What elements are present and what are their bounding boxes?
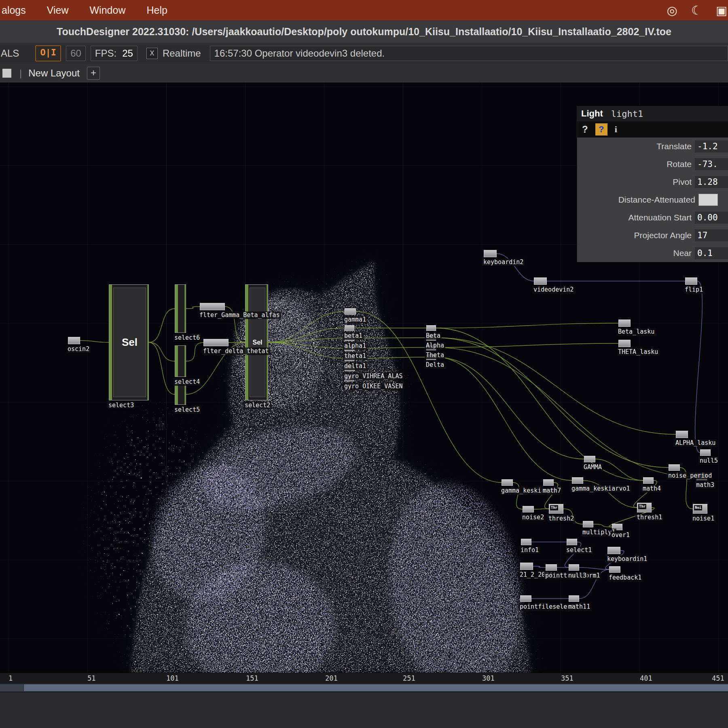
node-select4[interactable]: [175, 345, 186, 377]
menu-view[interactable]: View: [36, 0, 79, 20]
node-THETA_lasku[interactable]: [618, 340, 631, 347]
fps-target[interactable]: 60: [66, 46, 86, 61]
tab-new-layout[interactable]: New Layout: [28, 68, 80, 79]
node-label: THETA_lasku: [617, 348, 659, 356]
node-Beta[interactable]: [426, 325, 436, 331]
param-value-field[interactable]: 0.1: [695, 247, 728, 259]
param-row-near: Near 0.1: [577, 244, 728, 262]
ruler-tick: 1: [8, 674, 13, 682]
node-noise1[interactable]: Noi: [693, 504, 707, 514]
globals-label[interactable]: ALS: [0, 46, 23, 61]
node-GAMMA[interactable]: [584, 456, 595, 462]
param-value-field[interactable]: 17: [695, 229, 728, 241]
node-beta1[interactable]: [345, 325, 354, 331]
node-label: Delta: [425, 361, 445, 369]
oi-toggle[interactable]: O|I: [35, 45, 61, 61]
title-bar: TouchDesigner 2022.31030: /Users/jaakkoa…: [0, 20, 728, 43]
node-flter_delta_thetat[interactable]: [203, 339, 229, 346]
node-oscin2[interactable]: [68, 337, 80, 344]
node-flip1[interactable]: [685, 277, 697, 285]
node-keyboardin1[interactable]: [607, 547, 620, 554]
node-ALPHA_lasku[interactable]: [676, 431, 688, 438]
param-label: Translate: [577, 142, 695, 151]
node-label: math7: [542, 487, 562, 495]
node-21_2_2024[interactable]: [520, 563, 533, 570]
node-label: noise1: [691, 515, 715, 523]
python-help-icon[interactable]: ?: [595, 123, 607, 135]
node-feedback1[interactable]: [609, 566, 620, 573]
node-label: flter_Gamma_Beta_alfas: [198, 311, 281, 319]
realtime-toggle[interactable]: XRealtime: [142, 46, 205, 61]
node-label: math4: [641, 485, 662, 493]
node-select2[interactable]: Sel: [245, 284, 268, 400]
node-multiply1[interactable]: [583, 521, 593, 527]
node-noise_period[interactable]: [669, 464, 680, 471]
menu-help[interactable]: Help: [136, 0, 178, 20]
ruler-tick: 451: [712, 674, 724, 682]
node-label: noise2: [521, 514, 545, 521]
timeline-ruler[interactable]: 1 51 101 151 201 251 301 351 401 451: [0, 673, 728, 684]
swirl-icon[interactable]: ◎: [667, 3, 677, 17]
param-label: Distance-Attenuated: [577, 195, 698, 205]
ruler-tick: 101: [166, 674, 179, 682]
operator-name[interactable]: light1: [611, 109, 643, 119]
node-info1[interactable]: [521, 539, 531, 545]
node-math11[interactable]: [569, 595, 579, 602]
node-gamma1[interactable]: [345, 308, 356, 315]
node-Beta_lasku[interactable]: [618, 320, 631, 327]
param-label: Near: [577, 248, 695, 258]
realtime-checkbox[interactable]: X: [146, 48, 158, 59]
menu-window[interactable]: Window: [79, 0, 136, 20]
param-row-attenuation-start: Attenuation Start 0.00: [577, 209, 728, 226]
node-keyboardin2[interactable]: [484, 250, 497, 257]
node-noise2[interactable]: [523, 506, 534, 512]
tab-divider: |: [19, 68, 22, 79]
param-value-field[interactable]: 0.00: [695, 212, 728, 224]
node-gamma_keskiarvo1[interactable]: [572, 477, 583, 484]
node-gamma_keskiarvo[interactable]: [502, 479, 513, 486]
node-flter_Gamma_Beta_alfas[interactable]: [200, 303, 225, 310]
help-icon[interactable]: ?: [582, 124, 588, 135]
node-math7[interactable]: [543, 479, 554, 486]
timeline-scrollbar[interactable]: [0, 684, 728, 691]
node-label: gyro_OIKEE_VASEN: [343, 383, 404, 390]
param-value-field[interactable]: -1.2: [695, 140, 728, 152]
moon-icon[interactable]: ☾: [691, 3, 702, 17]
node-select1[interactable]: [567, 539, 577, 545]
parameter-panel: Light light1 ? ? i Translate -1.2 Rotate…: [577, 106, 728, 262]
node-label: feedback1: [607, 574, 643, 582]
node-pointfileselect1[interactable]: [520, 595, 531, 602]
info-icon[interactable]: i: [615, 124, 617, 135]
node-thresh1[interactable]: Thr: [637, 503, 652, 512]
menu-dialogs[interactable]: alogs: [0, 0, 36, 20]
ruler-tick: 251: [403, 674, 415, 682]
ruler-tick: 151: [246, 674, 258, 682]
node-thresh2[interactable]: Thr: [549, 504, 563, 514]
param-toggle[interactable]: [698, 194, 718, 206]
node-select5[interactable]: [175, 384, 186, 405]
node-videodevin2[interactable]: [534, 277, 547, 285]
param-value-field[interactable]: -73.: [695, 158, 728, 170]
add-layout-button[interactable]: +: [87, 67, 100, 80]
tab-stub[interactable]: [2, 69, 11, 78]
node-select6[interactable]: [175, 284, 186, 333]
node-label: Beta_lasku: [617, 328, 656, 336]
node-select3[interactable]: Sel: [109, 284, 149, 400]
node-label: keyboardin2: [482, 258, 525, 266]
node-label: math11: [567, 603, 591, 611]
node-label: thresh1: [635, 514, 663, 521]
node-null3[interactable]: [569, 564, 579, 571]
param-value-field[interactable]: 1.28: [695, 176, 728, 188]
node-label: Alpha: [425, 342, 445, 349]
node-pointtransform1[interactable]: [546, 564, 557, 571]
node-label: alpha1: [343, 342, 367, 350]
param-label: Pivot: [577, 177, 695, 187]
param-row-rotate: Rotate -73.: [577, 155, 728, 173]
node-label: Theta: [425, 351, 445, 359]
param-row-projector-angle: Projector Angle 17: [577, 226, 728, 244]
node-preview: Sel: [113, 288, 146, 397]
timeline-scrollbar-cap[interactable]: [0, 684, 24, 691]
app-icon[interactable]: ▣: [716, 3, 727, 17]
node-null5[interactable]: [700, 449, 711, 456]
node-math4[interactable]: [643, 477, 654, 484]
